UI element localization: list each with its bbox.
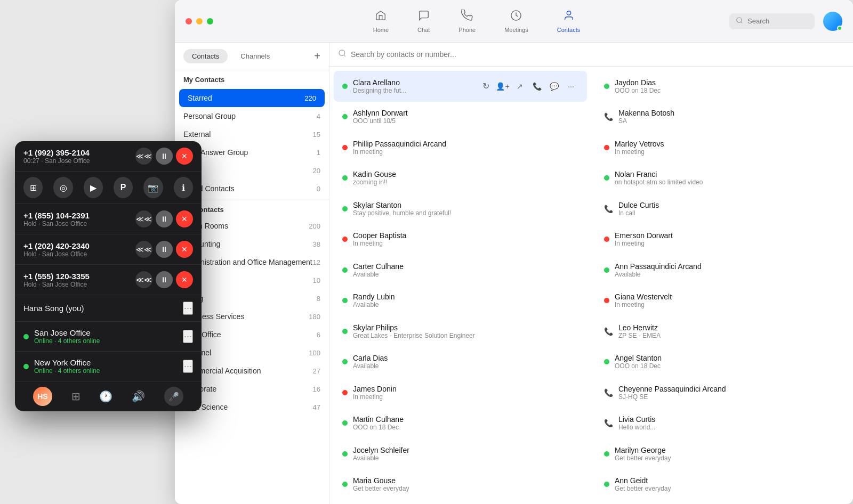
contact-name-c25: Jocelyn Schleifer [353,446,578,454]
call-cc-btn-2[interactable]: ≪≪ [135,210,152,227]
call-pause-btn-3[interactable]: ⏸ [156,241,173,258]
tab-phone[interactable]: Phone [452,5,482,37]
status-dot-c6 [604,145,609,150]
call-cc-btn-4[interactable]: ≪≪ [135,271,152,288]
call-cc-btn-3[interactable]: ≪≪ [135,241,152,258]
action-cam[interactable]: 📷 [143,177,163,198]
group-item-personal[interactable]: Personal Group 4 [175,107,329,125]
contacts-main: Clara Arellano Designing the fut... ↻ 👤+… [329,43,853,504]
contact-card-skylar-s[interactable]: Skylar Stanton Stay positive, humble and… [334,193,587,224]
contact-action-chat[interactable]: 💬 [546,79,561,94]
contact-card-marilyn[interactable]: Marilyn George Get better everyday [596,438,849,469]
contact-card-martin[interactable]: Martin Culhane OOO on 18 Dec [334,408,587,439]
contact-action-more[interactable]: ··· [564,79,578,94]
call-end-btn-3[interactable]: ✕ [176,241,193,258]
contact-name-c11: Cooper Baptista [353,231,578,240]
contact-card-maria[interactable]: Maria Gouse Get better everyday [334,469,587,500]
user-name: Hana Song (you) [23,304,183,313]
call-cc-btn-1[interactable]: ≪≪ [135,148,152,165]
contact-name-c7: Kadin Gouse [353,170,578,178]
contact-card-emerson[interactable]: Emerson Dorwart In meeting [596,224,849,255]
contact-card-makenna[interactable]: 📞 Makenna Botosh SA [596,102,849,133]
sidebar-add-btn[interactable]: + [314,50,320,62]
sidebar-tab-channels[interactable]: Channels [232,49,278,63]
contact-card-ashlynn[interactable]: Ashlynn Dorwart OOO until 10/5 [334,102,587,133]
footer-voicemail-icon[interactable]: 🔊 [132,390,145,403]
call-number-1: +1 (992) 395-2104 [23,148,130,157]
contact-card-nolan[interactable]: Nolan Franci on hotspot atm so limited v… [596,163,849,194]
contact-card-marley[interactable]: Marley Vetrovs In meeting [596,132,849,163]
action-p[interactable]: P [114,177,133,198]
contact-card-carla[interactable]: Carla Dias Available [334,347,587,378]
footer-mic-btn[interactable]: 🎤 [164,387,183,406]
call-number-2: +1 (855) 104-2391 [23,211,130,220]
contact-search-input[interactable] [351,50,844,59]
contact-card-phillip[interactable]: Phillip Passaquindici Arcand In meeting [334,132,587,163]
contact-subtitle-c26: Get better everyday [615,454,840,462]
contact-card-clara[interactable]: Clara Arellano Designing the fut... ↻ 👤+… [334,71,587,102]
tab-chat[interactable]: Chat [411,5,436,37]
contact-card-randy[interactable]: Randy Lubin Available [334,286,587,316]
sidebar-tab-contacts[interactable]: Contacts [183,49,228,63]
contact-subtitle-c15: Available [353,301,578,308]
contact-name-c4: Makenna Botosh [618,109,840,117]
contact-name-c20: Angel Stanton [615,354,840,362]
action-radio[interactable]: ◎ [53,177,73,198]
contact-subtitle-c24: Hello world... [618,424,840,431]
tab-contacts[interactable]: Contacts [551,5,586,37]
contact-card-jaydon[interactable]: Jaydon Dias OOO on 18 Dec [596,71,849,102]
call-end-btn-2[interactable]: ✕ [176,210,193,227]
call-pause-btn-4[interactable]: ⏸ [156,271,173,288]
call-end-btn-1[interactable]: ✕ [176,148,193,165]
contact-name-c22: Cheyenne Passaquindici Arcand [618,385,840,393]
group-name-ny: New York Office [34,358,183,367]
contact-action-share[interactable]: ↗ [512,79,527,94]
group-more-sj[interactable]: ··· [183,330,193,343]
contact-name-c3: Ashlynn Dorwart [353,109,578,117]
contact-card-giana[interactable]: Giana Westervelt In meeting [596,286,849,316]
footer-history-icon[interactable]: 🕐 [99,390,112,403]
status-dot-c27 [342,482,348,487]
window-minimize[interactable] [196,18,203,25]
contact-subtitle-c7: zooming in!! [353,178,578,186]
group-more-ny[interactable]: ··· [183,360,193,373]
contact-card-cooper[interactable]: Cooper Baptista In meeting [334,224,587,255]
contact-action-call[interactable]: 📞 [529,79,544,94]
action-video[interactable]: ▶ [84,177,103,198]
contact-action-add[interactable]: 👤+ [495,79,510,94]
action-grid[interactable]: ⊞ [23,177,43,198]
group-item-external[interactable]: External 15 [175,125,329,143]
contact-card-cheyenne[interactable]: 📞 Cheyenne Passaquindici Arcand SJ-HQ SE [596,377,849,408]
contact-card-james[interactable]: James Donin In meeting [334,377,587,408]
contact-card-dulce[interactable]: 📞 Dulce Curtis In call [596,193,849,224]
contact-card-angel[interactable]: Angel Stanton OOO on 18 Dec [596,347,849,378]
contact-card-leo[interactable]: 📞 Leo Herwitz ZP SE - EMEA [596,316,849,347]
contact-subtitle-c22: SJ-HQ SE [618,393,840,401]
call-footer: HS ⊞ 🕐 🔊 🎤 [15,381,202,411]
contact-card-ann-g[interactable]: Ann Geidt Get better everyday [596,469,849,500]
tab-meetings[interactable]: Meetings [498,5,535,37]
contact-card-livia[interactable]: 📞 Livia Curtis Hello world... [596,408,849,439]
contact-card-jocelyn[interactable]: Jocelyn Schleifer Available [334,438,587,469]
call-end-btn-4[interactable]: ✕ [176,271,193,288]
contact-card-ann-p[interactable]: Ann Passaquindici Arcand Available [596,255,849,286]
window-maximize[interactable] [207,18,213,25]
status-dot-c13 [342,267,348,273]
call-pause-btn-2[interactable]: ⏸ [156,210,173,227]
group-item-starred[interactable]: Starred 220 [179,89,325,107]
contact-card-kadin[interactable]: Kadin Gouse zooming in!! [334,163,587,194]
user-more-btn[interactable]: ··· [183,302,193,315]
window-close[interactable] [186,18,192,25]
footer-dialpad-icon[interactable]: ⊞ [71,390,81,403]
user-avatar[interactable] [823,12,842,31]
contact-card-skylar-p[interactable]: Skylar Philips Great Lakes - Enterprise … [334,316,587,347]
contact-action-spin[interactable]: ↻ [478,79,493,94]
call-actions-1: ⊞ ◎ ▶ P 📷 ℹ [15,172,202,204]
search-bar[interactable] [729,13,815,29]
call-pause-btn-1[interactable]: ⏸ [156,148,173,165]
group-new-york: New York Office Online · 4 others online… [15,352,202,381]
contact-card-carter[interactable]: Carter Culhane Available [334,255,587,286]
action-info[interactable]: ℹ [174,177,193,198]
search-input[interactable] [747,17,808,25]
tab-home[interactable]: Home [367,5,395,37]
